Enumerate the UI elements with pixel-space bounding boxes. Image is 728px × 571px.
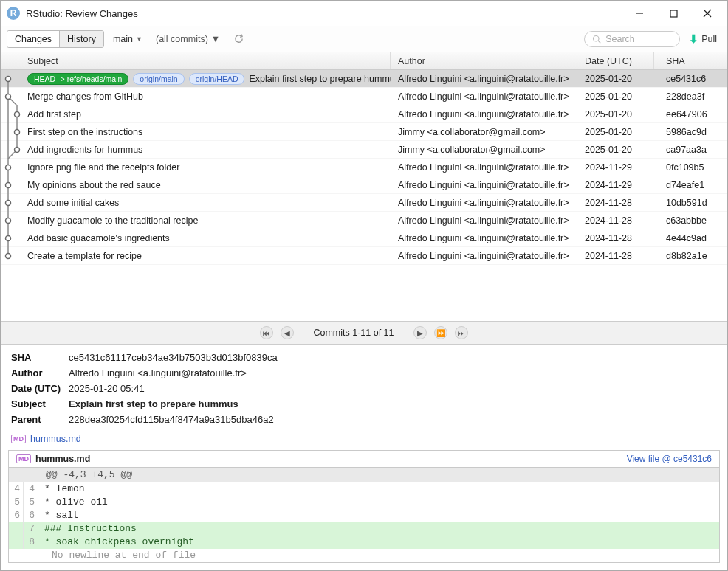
column-subject[interactable]: Subject xyxy=(1,52,391,69)
commit-author: Alfredo Linguini <a.linguini@ratatouille… xyxy=(391,91,580,102)
branch-name: main xyxy=(113,34,133,44)
app-icon: R xyxy=(7,7,20,20)
markdown-file-icon: MD xyxy=(11,435,26,443)
commit-graph-cell xyxy=(1,141,27,158)
commit-author: Alfredo Linguini <a.linguini@ratatouille… xyxy=(391,198,580,208)
commit-filter-selector[interactable]: (all commits) ▼ xyxy=(151,32,224,46)
minimize-button[interactable] xyxy=(622,2,656,24)
commit-graph-cell xyxy=(1,159,27,176)
pager-next-button[interactable]: ▶ xyxy=(413,326,427,339)
commit-date: 2024-11-29 xyxy=(580,162,654,173)
svg-point-4 xyxy=(594,35,600,41)
commit-date: 2025-01-20 xyxy=(580,145,654,155)
diff-code: ### Instructions xyxy=(38,522,137,536)
branch-selector[interactable]: main ▼ xyxy=(109,32,147,46)
commit-date: 2024-11-28 xyxy=(580,215,654,226)
commit-row[interactable]: Add some initial cakesAlfredo Linguini <… xyxy=(1,194,727,212)
commit-date: 2024-11-28 xyxy=(580,233,654,243)
commit-details: SHAce5431c61117ceb34ae34b7503b3d013bf083… xyxy=(1,345,727,432)
commit-date: 2024-11-29 xyxy=(580,180,654,190)
changed-file-name[interactable]: hummus.md xyxy=(30,434,81,444)
line-number-old xyxy=(9,536,24,549)
pager-bar: ⏮ ◀ Commits 1-11 of 11 ▶ ⏩ ⏭ xyxy=(1,321,727,345)
column-date[interactable]: Date (UTC) xyxy=(580,52,654,69)
pager-last-button[interactable]: ⏭ xyxy=(455,326,468,339)
close-button[interactable] xyxy=(690,2,724,24)
commit-row[interactable]: First step on the instructionsJimmy <a.c… xyxy=(1,123,727,141)
diff-code: * soak chickpeas overnight xyxy=(38,536,194,549)
diff-filename: hummus.md xyxy=(35,454,90,464)
commit-date: 2025-01-20 xyxy=(580,127,654,137)
commit-row[interactable]: My opinions about the red sauceAlfredo L… xyxy=(1,176,727,194)
diff-code: * lemon xyxy=(38,482,85,496)
column-sha[interactable]: SHA xyxy=(654,52,727,69)
line-number-old: 6 xyxy=(9,509,24,522)
commit-row[interactable]: Add basic guacamole's ingredientsAlfredo… xyxy=(1,229,727,247)
commit-row[interactable]: Modify guacamole to the traditional reci… xyxy=(1,212,727,229)
diff-line: 55* olive oil xyxy=(9,496,719,509)
commit-date: 2024-11-28 xyxy=(580,198,654,208)
commit-sha: ce5431c6 xyxy=(654,74,727,84)
detail-label-date: Date (UTC) xyxy=(11,383,69,394)
commit-author: Jimmy <a.collaborator@gmail.com> xyxy=(391,127,580,137)
ref-badge-origin-main: origin/main xyxy=(133,73,184,85)
commit-graph-cell xyxy=(1,105,27,122)
commits-list: HEAD -> refs/heads/mainorigin/mainorigin… xyxy=(1,70,727,265)
pager-first-button[interactable]: ⏮ xyxy=(260,326,273,339)
chevron-down-icon: ▼ xyxy=(211,34,220,44)
column-author[interactable]: Author xyxy=(391,52,580,69)
commit-subject: Add basic guacamole's ingredients xyxy=(27,233,391,243)
svg-point-10 xyxy=(6,94,11,100)
commit-row[interactable]: Merge changes from GitHubAlfredo Linguin… xyxy=(1,88,727,105)
refresh-button[interactable] xyxy=(232,32,245,46)
commit-graph-cell xyxy=(1,123,27,140)
diff-line: 8* soak chickpeas overnight xyxy=(9,536,719,549)
commit-graph-cell xyxy=(1,247,27,264)
commit-date: 2025-01-20 xyxy=(580,109,654,120)
diff-line: 7### Instructions xyxy=(9,522,719,536)
pull-label: Pull xyxy=(701,34,717,44)
chevron-down-icon: ▼ xyxy=(136,35,142,43)
line-number-new: 7 xyxy=(24,522,38,536)
tab-changes[interactable]: Changes xyxy=(7,31,60,47)
commit-row[interactable]: Ignore png file and the receipts folderA… xyxy=(1,159,727,176)
svg-point-32 xyxy=(6,254,11,259)
commit-date: 2025-01-20 xyxy=(580,91,654,102)
detail-label-parent: Parent xyxy=(11,414,69,425)
maximize-button[interactable] xyxy=(656,2,690,24)
commit-sha: ee647906 xyxy=(654,109,727,120)
detail-sha: ce5431c61117ceb34ae34b7503b3d013bf0839ca xyxy=(69,352,278,363)
refresh-icon xyxy=(233,33,244,44)
pull-button[interactable]: ⬇ Pull xyxy=(684,31,721,47)
commit-row[interactable]: HEAD -> refs/heads/mainorigin/mainorigin… xyxy=(1,70,727,88)
changed-file-link[interactable]: MD hummus.md xyxy=(1,432,727,450)
detail-parent: 228dea3f0254cfd115ba4f8474a9a31b5dba46a2 xyxy=(69,414,274,425)
line-number-old xyxy=(9,522,24,536)
diff-code: * olive oil xyxy=(38,496,108,509)
diff-lines: 44* lemon55* olive oil66* salt7### Instr… xyxy=(9,482,719,549)
svg-point-24 xyxy=(6,183,11,188)
commit-author: Alfredo Linguini <a.linguini@ratatouille… xyxy=(391,180,580,190)
commit-subject: Create a template for recipe xyxy=(27,251,391,261)
pager-fwd-button[interactable]: ⏩ xyxy=(434,326,447,339)
pull-arrow-icon: ⬇ xyxy=(689,32,698,46)
tab-history[interactable]: History xyxy=(60,31,103,47)
line-number-new: 5 xyxy=(24,496,38,509)
commit-author: Alfredo Linguini <a.linguini@ratatouille… xyxy=(391,251,580,261)
commit-row[interactable]: Add ingredients for hummusJimmy <a.colla… xyxy=(1,141,727,159)
view-file-link[interactable]: View file @ ce5431c6 xyxy=(627,454,712,464)
pager-prev-button[interactable]: ◀ xyxy=(281,326,294,339)
toolbar: Changes History main ▼ (all commits) ▼ S… xyxy=(1,26,727,52)
commit-row[interactable]: Add first stepAlfredo Linguini <a.lingui… xyxy=(1,105,727,123)
commit-sha: 5986ac9d xyxy=(654,127,727,137)
commit-sha: 10db591d xyxy=(654,198,727,208)
detail-subject: Explain first step to prepare hummus xyxy=(69,398,238,409)
commit-sha: d74eafe1 xyxy=(654,180,727,190)
commit-subject: HEAD -> refs/heads/mainorigin/mainorigin… xyxy=(27,73,391,85)
view-mode-segmented: Changes History xyxy=(7,30,104,48)
commit-row[interactable]: Create a template for recipeAlfredo Ling… xyxy=(1,247,727,265)
search-input[interactable]: Search xyxy=(584,31,680,47)
diff-line: 44* lemon xyxy=(9,482,719,496)
detail-label-subject: Subject xyxy=(11,398,69,409)
svg-rect-1 xyxy=(670,10,677,17)
